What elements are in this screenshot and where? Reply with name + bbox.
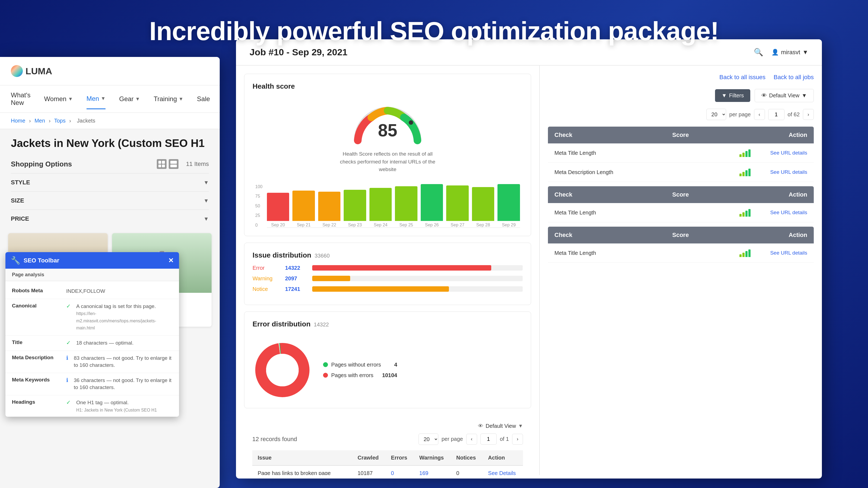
breadcrumb-current: Jackets (77, 118, 95, 124)
luma-logo-icon (11, 65, 23, 77)
grid-icon (157, 159, 166, 169)
right-per-page-select[interactable]: 20 (706, 109, 726, 120)
bar-chart: Sep 20 Sep 21 Sep 22 (267, 184, 520, 228)
back-to-all-issues[interactable]: Back to all issues (719, 74, 766, 81)
search-icon[interactable]: 🔍 (754, 48, 763, 57)
check-group-header-2: Check Score Action (548, 186, 814, 203)
warning-count: 2097 (285, 275, 307, 282)
see-url-details-2[interactable]: See URL details (770, 209, 807, 215)
group-action-label-2: Action (789, 191, 807, 198)
table-controls: ▼ Filters 👁 Default View ▼ (548, 89, 814, 102)
see-url-details-meta-desc[interactable]: See URL details (770, 169, 807, 175)
right-prev-page[interactable]: ‹ (754, 109, 765, 120)
warning-bar-wrap (312, 276, 523, 281)
check-action-2: See URL details (764, 209, 807, 216)
magento-nav: What's New Women ▼ Men ▼ Gear ▼ Training… (0, 86, 220, 113)
with-errors-count: 10104 (377, 372, 397, 379)
right-page-input[interactable] (768, 109, 784, 120)
user-badge[interactable]: 👤 mirasvt ▼ (771, 49, 808, 56)
meta-desc-info-icon: ℹ (66, 355, 68, 369)
notice-bar-fill (312, 286, 449, 292)
group-score-label-2: Score (672, 191, 689, 198)
table-row: Page has links to broken page 10187 0 16… (252, 465, 523, 475)
nav-sale[interactable]: Sale (197, 89, 210, 109)
see-url-details-3[interactable]: See URL details (770, 250, 807, 256)
nav-women[interactable]: Women ▼ (44, 89, 73, 109)
back-to-all-jobs[interactable]: Back to all jobs (774, 74, 814, 81)
see-url-details-1[interactable]: See URL details (770, 150, 807, 156)
check-row-meta-desc: Meta Description Length See URL details (548, 163, 814, 182)
notice-bar-wrap (312, 286, 523, 292)
col-notices: Notices (451, 450, 483, 465)
bar-sep23: Sep 23 (344, 190, 366, 227)
seo-title: Title ✓ 18 characters — optimal. (5, 336, 179, 351)
seo-toolbar-header: 🔧 SEO Toolbar ✕ (5, 252, 179, 269)
no-errors-count: 4 (389, 362, 397, 368)
default-view-button[interactable]: 👁 Default View ▼ (755, 89, 814, 102)
warnings-count: 169 (414, 465, 451, 475)
donut-chart (252, 340, 312, 400)
view-arrow-icon: ▼ (518, 423, 523, 429)
seo-panel: Job #10 - Sep 29, 2021 🔍 👤 mirasvt ▼ Hea… (236, 39, 822, 479)
filter-style[interactable]: STYLE ▼ (11, 173, 209, 191)
check-action-1: See URL details (764, 150, 807, 156)
grid-view-toggle[interactable] (157, 159, 179, 169)
svg-point-0 (409, 120, 413, 125)
seo-headings: Headings ✓ One H1 tag — optimal.H1: Jack… (5, 395, 179, 417)
bar-sep22: Sep 22 (318, 192, 341, 227)
view-dropdown-icon: ▼ (802, 93, 807, 99)
username: mirasvt (781, 49, 800, 56)
bar-value-sep25 (395, 186, 417, 221)
per-page-select[interactable]: 20 (418, 433, 438, 445)
nav-training[interactable]: Training ▼ (154, 89, 183, 109)
nav-gear[interactable]: Gear ▼ (119, 89, 140, 109)
error-bar-wrap (312, 265, 523, 270)
prev-page-btn[interactable]: ‹ (466, 434, 477, 445)
women-arrow-icon: ▼ (68, 96, 73, 102)
header-actions: 🔍 👤 mirasvt ▼ (754, 48, 808, 57)
seo-toolbar-close[interactable]: ✕ (168, 257, 174, 264)
right-next-page[interactable]: › (803, 109, 814, 120)
breadcrumb-men[interactable]: Men (34, 118, 45, 124)
seo-page-analysis-label: Page analysis (5, 269, 179, 281)
with-errors-label: Pages with errors (331, 372, 373, 379)
nav-men[interactable]: Men ▼ (87, 89, 106, 109)
gauge-chart: 85 (350, 102, 426, 146)
col-crawled: Crawled (352, 450, 385, 465)
dashboard-charts: Health score (236, 66, 540, 475)
gear-arrow-icon: ▼ (135, 96, 140, 102)
luma-logo: LUMA (11, 65, 52, 77)
group-check-label-3: Check (554, 231, 572, 238)
filter-price[interactable]: PRICE ▼ (11, 209, 209, 228)
error-dist-title: Error distribution (252, 320, 311, 328)
mini-bar-chart-1 (739, 149, 750, 157)
luma-logo-text: LUMA (26, 66, 52, 76)
eye-icon: 👁 (478, 423, 484, 429)
job-title: Job #10 - Sep 29, 2021 (250, 47, 347, 58)
filter-size[interactable]: SIZE ▼ (11, 191, 209, 209)
per-page-label: per page (442, 436, 463, 442)
page-number-input[interactable] (480, 433, 497, 445)
legend-no-errors: Pages without errors 4 (323, 362, 397, 368)
breadcrumb-tops[interactable]: Tops (54, 118, 66, 124)
shopping-options-label: Shopping Options (11, 160, 72, 168)
check-score-meta-desc (731, 168, 758, 176)
next-page-btn[interactable]: › (512, 434, 523, 445)
filter-icon: ▼ (721, 93, 727, 99)
check-score-2 (731, 208, 758, 217)
error-count: 14322 (285, 265, 307, 271)
warning-label: Warning (252, 275, 280, 282)
breadcrumb-home[interactable]: Home (11, 118, 25, 124)
group-score-label: Score (672, 131, 689, 138)
see-details-link[interactable]: See Details (488, 470, 516, 475)
issue-dist-title: Issue distribution (252, 251, 311, 259)
men-arrow-icon: ▼ (101, 96, 105, 101)
seo-robots-meta: Robots Meta INDEX,FOLLOW (5, 284, 179, 299)
donut-area: Pages without errors 4 Pages with errors… (252, 340, 523, 400)
check-name-2: Meta Title Length (554, 209, 726, 216)
bar-value-sep27 (446, 186, 469, 221)
filters-button[interactable]: ▼ Filters (715, 89, 750, 102)
nav-whats-new[interactable]: What's New (11, 86, 31, 112)
check-group-1: Check Score Action Meta Title Length (548, 127, 814, 182)
warning-bar-fill (312, 276, 350, 281)
